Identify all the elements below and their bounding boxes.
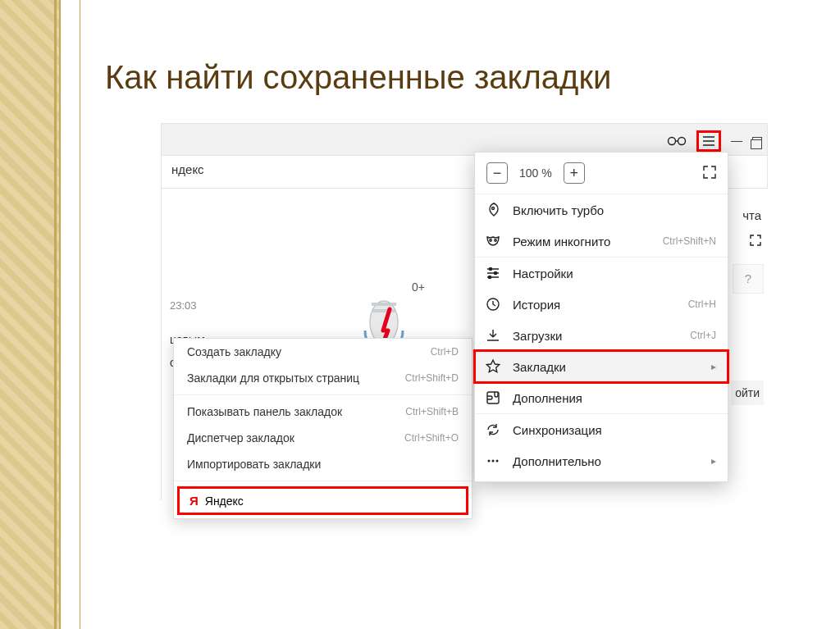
fullscreen-icon[interactable] (750, 235, 761, 248)
chevron-right-icon: ▸ (711, 455, 716, 467)
star-icon (485, 358, 501, 375)
zoom-row: − 100 % + (475, 153, 728, 194)
submenu-item[interactable]: Создать закладкуCtrl+D (174, 339, 472, 365)
svg-point-12 (488, 276, 491, 278)
chevron-right-icon: ▸ (711, 361, 716, 372)
bookmarks-submenu: Создать закладкуCtrl+DЗакладки для откры… (173, 338, 472, 519)
menu-item-label: Загрузки (513, 329, 678, 343)
svg-point-10 (489, 267, 491, 270)
rocket-icon (485, 202, 501, 218)
menu-item-mask[interactable]: Режим инкогнитоCtrl+Shift+N (475, 226, 728, 257)
svg-point-16 (492, 460, 495, 463)
bookmark-yandex-item[interactable]: Я Яндекс (177, 486, 468, 515)
sliders-icon (485, 265, 501, 281)
zoom-in-button[interactable]: + (564, 162, 585, 184)
window-minimize-button[interactable] (731, 141, 742, 142)
menu-item-label: Настройки (513, 267, 716, 280)
svg-point-11 (494, 271, 496, 274)
svg-point-0 (669, 138, 676, 145)
submenu-item-shortcut: Ctrl+D (431, 346, 459, 358)
slide-title: Как найти сохраненные закладки (105, 59, 611, 96)
slide-decor-border (0, 0, 79, 629)
menu-item-label: Синхронизация (513, 423, 716, 437)
puzzle-icon (485, 390, 501, 406)
svg-point-17 (496, 460, 499, 463)
help-box[interactable]: ? (733, 264, 764, 294)
window-restore-button[interactable] (752, 137, 762, 145)
svg-point-9 (495, 239, 496, 241)
submenu-separator (174, 481, 472, 481)
mail-link-fragment[interactable]: чта (742, 208, 761, 222)
menu-item-label: История (513, 298, 677, 312)
menu-item-label: Дополнительно (513, 454, 700, 468)
tab-title-fragment: ндекс (171, 162, 204, 176)
submenu-item[interactable]: Закладки для открытых страницCtrl+Shift+… (174, 365, 472, 391)
zoom-out-button[interactable]: − (486, 162, 508, 184)
menu-item-history[interactable]: ИсторияCtrl+H (475, 289, 728, 320)
svg-rect-4 (372, 309, 396, 312)
menu-item-dots[interactable]: Дополнительно▸ (475, 445, 728, 476)
menu-item-label: Закладки (513, 360, 700, 374)
svg-point-15 (488, 460, 491, 463)
menu-item-star[interactable]: Закладки▸ (475, 351, 728, 382)
fullscreen-button[interactable] (703, 166, 716, 181)
mask-icon (485, 233, 501, 249)
svg-point-8 (490, 239, 491, 241)
submenu-item-label: Диспетчер закладок (187, 431, 294, 444)
reader-mode-icon[interactable] (667, 136, 687, 146)
page-right-column: чта ? ойти (728, 189, 768, 500)
dots-icon (485, 453, 501, 469)
download-icon (485, 327, 501, 344)
submenu-separator (174, 394, 472, 395)
main-menu-button[interactable] (696, 130, 721, 152)
menu-item-shortcut: Ctrl+Shift+N (663, 235, 716, 247)
menu-item-label: Режим инкогнито (513, 235, 651, 248)
menu-item-download[interactable]: ЗагрузкиCtrl+J (475, 320, 728, 351)
history-icon (485, 296, 501, 312)
svg-rect-14 (487, 392, 499, 403)
menu-item-label: Включить турбо (513, 203, 716, 217)
svg-rect-3 (372, 303, 396, 306)
menu-item-rocket[interactable]: Включить турбо (475, 194, 728, 226)
menu-item-shortcut: Ctrl+J (690, 330, 716, 341)
menu-item-puzzle[interactable]: Дополнения (475, 382, 728, 413)
login-fragment[interactable]: ойти (731, 381, 764, 405)
screenshot-stage: ндекс 23:03 0+ цовым» оссии Столица Арге… (161, 123, 768, 500)
submenu-item-label: Создать закладку (187, 345, 281, 358)
submenu-item[interactable]: Диспетчер закладокCtrl+Shift+O (174, 425, 472, 451)
bookmark-yandex-label: Яндекс (205, 495, 244, 508)
time-label: 23:03 (170, 299, 197, 312)
menu-item-sync[interactable]: Синхронизация (475, 414, 728, 445)
browser-topbar (161, 123, 768, 156)
yandex-y-icon: Я (189, 494, 199, 508)
main-menu-panel: − 100 % + Включить турбоРежим инкогнитоC… (474, 152, 728, 482)
menu-item-label: Дополнения (513, 391, 716, 405)
zoom-value: 100 % (519, 166, 552, 180)
sync-icon (485, 422, 501, 438)
submenu-item[interactable]: Показывать панель закладокCtrl+Shift+B (174, 399, 472, 425)
submenu-item-shortcut: Ctrl+Shift+B (405, 406, 459, 417)
menu-item-shortcut: Ctrl+H (688, 299, 716, 310)
svg-point-1 (678, 138, 686, 145)
submenu-item-label: Показывать панель закладок (187, 405, 342, 418)
submenu-item[interactable]: Импортировать закладки (174, 451, 472, 477)
submenu-item-shortcut: Ctrl+Shift+O (404, 432, 459, 444)
svg-point-7 (492, 207, 495, 210)
submenu-item-shortcut: Ctrl+Shift+D (405, 372, 459, 384)
submenu-item-label: Закладки для открытых страниц (187, 371, 359, 385)
menu-item-sliders[interactable]: Настройки (475, 258, 728, 289)
submenu-item-label: Импортировать закладки (187, 458, 321, 471)
